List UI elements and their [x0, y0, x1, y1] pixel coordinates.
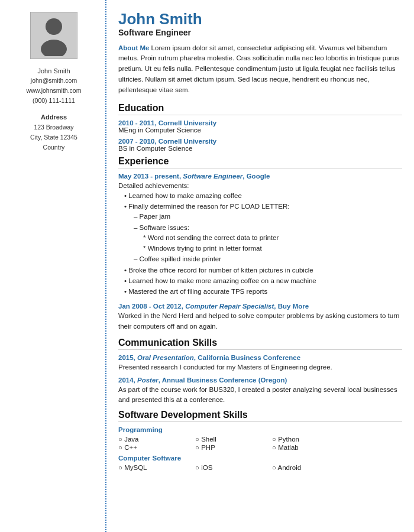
- exp-desc-2: Worked in the Nerd Herd and helped to so…: [118, 311, 402, 332]
- exp-header-2: Jan 2008 - Oct 2012, Computer Repair Spe…: [118, 303, 402, 310]
- exp-entry-2: Jan 2008 - Oct 2012, Computer Repair Spe…: [118, 303, 402, 332]
- skill-java: Java: [118, 435, 195, 443]
- about-text: Lorem ipsum dolor sit amet, consectetur …: [118, 44, 400, 93]
- exp-entry-1: May 2013 - present, Software Engineer, G…: [118, 173, 402, 297]
- sub-sub-bullet-2: Windows trying to print in letter format: [143, 244, 402, 254]
- comm-header-1: 2015, Oral Presentation, California Busi…: [118, 354, 402, 361]
- skills-label-software: Computer Software: [118, 455, 402, 462]
- avatar: [30, 12, 77, 59]
- comm-desc-1: Presented research I conducted for my Ma…: [118, 362, 402, 372]
- sub-bullet-2: Software issues: Word not sending the co…: [134, 223, 402, 254]
- edu-period-1: 2010 - 2011, Cornell University: [118, 119, 402, 126]
- skill-python: Python: [272, 435, 349, 443]
- comm-entry-2: 2014, Poster, Annual Business Conference…: [118, 377, 402, 406]
- svg-point-1: [41, 40, 67, 56]
- sidebar-email: john@smith.com: [9, 76, 98, 86]
- education-entries: 2010 - 2011, Cornell University MEng in …: [118, 119, 402, 152]
- skill-mysql: MySQL: [118, 463, 195, 472]
- main-content: John Smith Software Engineer About Me Lo…: [106, 0, 414, 532]
- sidebar-address-line2: City, State 12345: [9, 132, 98, 142]
- edu-degree-2: BS in Computer Science: [118, 145, 402, 152]
- exp-sub-sub-bullets: Word not sending the correct data to pri…: [134, 233, 402, 254]
- edu-entry-1: 2010 - 2011, Cornell University MEng in …: [118, 119, 402, 134]
- skill-cpp: C++: [118, 443, 195, 452]
- skill-php: PHP: [195, 443, 272, 452]
- education-heading: Education: [118, 103, 402, 115]
- comm-desc-2: As part of the course work for BUS320, I…: [118, 385, 402, 406]
- skill-shell: Shell: [195, 435, 272, 443]
- svg-point-0: [46, 18, 62, 35]
- sidebar-phone: (000) 111-1111: [9, 96, 98, 106]
- skills-grid-software: MySQL iOS Android: [118, 463, 402, 472]
- skills-label-programming: Programming: [118, 426, 402, 433]
- experience-heading: Experience: [118, 156, 402, 168]
- sidebar-website: www.johnsmith.com: [9, 86, 98, 96]
- skill-ios: iOS: [195, 463, 272, 472]
- about-block: About Me Lorem ipsum dolor sit amet, con…: [118, 43, 402, 96]
- exp-bullets-1: Learned how to make amazing coffee Final…: [118, 191, 402, 297]
- skill-matlab: Matlab: [272, 443, 349, 452]
- exp-desc-1: Detailed achievements: Learned how to ma…: [118, 181, 402, 297]
- about-label: About Me: [118, 44, 149, 51]
- exp-bullet-2: Finally determined the reason for PC LOA…: [124, 202, 402, 265]
- exp-bullet-5: Mastered the art of filing accurate TPS …: [124, 287, 402, 297]
- sidebar: John Smith john@smith.com www.johnsmith.…: [0, 0, 106, 532]
- sidebar-address-country: Country: [9, 142, 98, 153]
- sidebar-address-line1: 123 Broadway: [9, 122, 98, 132]
- skills-category-software: Computer Software MySQL iOS Android: [118, 455, 402, 472]
- sidebar-address-label: Address: [9, 113, 98, 121]
- resume-name: John Smith: [118, 11, 402, 28]
- exp-bullet-1: Learned how to make amazing coffee: [124, 191, 402, 201]
- avatar-icon: [36, 15, 72, 56]
- skills-grid-programming: Java Shell Python C++ PHP Matlab: [118, 435, 402, 452]
- exp-header-1: May 2013 - present, Software Engineer, G…: [118, 173, 402, 180]
- exp-sub-bullets: Paper jam Software issues: Word not send…: [124, 212, 402, 264]
- sub-bullet-1: Paper jam: [134, 212, 402, 222]
- skill-android: Android: [272, 463, 349, 472]
- edu-entry-2: 2007 - 2010, Cornell University BS in Co…: [118, 138, 402, 152]
- exp-bullet-4: Learned how to make more amazing coffee …: [124, 276, 402, 286]
- edu-degree-1: MEng in Computer Science: [118, 126, 402, 134]
- sidebar-name: John Smith: [9, 67, 98, 74]
- sub-sub-bullet-1: Word not sending the correct data to pri…: [143, 233, 402, 243]
- skills-heading: Software Development Skills: [118, 410, 402, 422]
- comm-heading: Communication Skills: [118, 338, 402, 350]
- exp-bullet-3: Broke the office record for number of ki…: [124, 265, 402, 275]
- sub-bullet-3: Coffee spilled inside printer: [134, 254, 402, 264]
- sidebar-contact: john@smith.com www.johnsmith.com (000) 1…: [9, 76, 98, 105]
- resume-title: Software Engineer: [118, 28, 402, 37]
- edu-period-2: 2007 - 2010, Cornell University: [118, 138, 402, 145]
- comm-header-2: 2014, Poster, Annual Business Conference…: [118, 377, 402, 384]
- comm-entry-1: 2015, Oral Presentation, California Busi…: [118, 354, 402, 372]
- sidebar-address: 123 Broadway City, State 12345 Country: [9, 122, 98, 152]
- skills-category-programming: Programming Java Shell Python C++ PHP Ma…: [118, 426, 402, 452]
